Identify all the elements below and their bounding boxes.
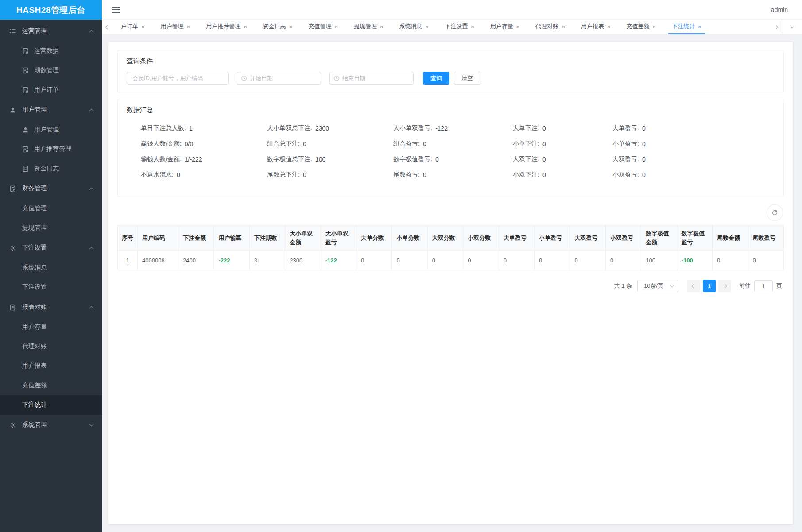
close-icon[interactable]: × — [334, 23, 338, 30]
chevron-right-icon — [723, 284, 727, 288]
tab-scroll-left-icon[interactable] — [102, 20, 113, 34]
sidebar-item-bet-settings[interactable]: 下注设置 — [0, 278, 102, 297]
clock-icon — [241, 75, 247, 81]
user-menu[interactable]: admin — [771, 6, 788, 13]
sidebar-section-finance[interactable]: 财务管理 — [0, 178, 102, 199]
sidebar-item-recharge-management[interactable]: 充值管理 — [0, 199, 102, 218]
page-card: 查询条件 查询 清空 — [108, 42, 793, 524]
close-icon[interactable]: × — [653, 23, 656, 30]
tabbar: 户订单×用户管理×用户推荐管理×资金日志×充值管理×提现管理×系统消息×下注设置… — [102, 20, 802, 35]
tab-scroll-right-icon[interactable] — [771, 20, 782, 34]
tab-label: 系统消息 — [399, 23, 422, 31]
page-size-select[interactable]: 10条/页 — [637, 280, 678, 292]
sidebar-item-user-reports[interactable]: 用户报表 — [0, 356, 102, 376]
summary-stat: 小单盈亏:0 — [612, 136, 775, 151]
summary-stat-value: 2300 — [315, 125, 329, 132]
keyword-input[interactable] — [127, 72, 229, 85]
sidebar-item-agent-reconciliation[interactable]: 代理对账 — [0, 337, 102, 356]
chevron-up-icon — [89, 108, 94, 113]
column-header-small-even-pl: 小双盈亏 — [605, 225, 641, 251]
current-page-button[interactable]: 1 — [703, 280, 716, 292]
summary-stat: 小双下注:0 — [513, 167, 612, 182]
summary-stat-label: 小单盈亏: — [612, 140, 639, 148]
close-icon[interactable]: × — [698, 23, 701, 30]
sidebar-item-system-messages[interactable]: 系统消息 — [0, 258, 102, 278]
summary-stat-label: 小双盈亏: — [612, 171, 639, 179]
sidebar-item-operation-data[interactable]: 运营数据 — [0, 41, 102, 61]
tab-recharge-management[interactable]: 充值管理× — [305, 20, 341, 34]
tab-bet-settings[interactable]: 下注设置× — [441, 20, 478, 34]
tab-user-management[interactable]: 用户管理× — [157, 20, 194, 34]
search-button[interactable]: 查询 — [423, 72, 449, 85]
summary-stat: 小双盈亏:0 — [612, 167, 775, 182]
start-date-input[interactable] — [237, 72, 321, 85]
refresh-button[interactable] — [767, 204, 783, 221]
close-icon[interactable]: × — [426, 23, 429, 30]
end-date-input[interactable] — [329, 72, 414, 85]
tab-user-reports[interactable]: 用户报表× — [577, 20, 614, 34]
close-icon[interactable]: × — [471, 23, 474, 30]
summary-stat-value: 0 — [177, 171, 180, 178]
tab-user-orders[interactable]: 户订单× — [117, 20, 148, 34]
summary-grid: 单日下注总人数:1大小单双总下注:2300大小单双盈亏:-122大单下注:0大单… — [127, 120, 775, 182]
tab-system-messages[interactable]: 系统消息× — [396, 20, 433, 34]
summary-stat: 大单下注:0 — [513, 120, 612, 136]
tab-label: 资金日志 — [263, 23, 286, 31]
hamburger-icon[interactable] — [112, 5, 120, 14]
sidebar-item-label: 用户存量 — [22, 323, 47, 331]
summary-stat-label: 大单盈亏: — [612, 124, 639, 132]
sidebar-section-system[interactable]: 系统管理 — [0, 415, 102, 435]
start-date-field[interactable] — [250, 75, 317, 81]
clear-button[interactable]: 清空 — [454, 72, 480, 85]
tab-label: 用户管理 — [161, 23, 184, 31]
tab-label: 提现管理 — [354, 23, 377, 31]
close-icon[interactable]: × — [289, 23, 293, 30]
doc-gear-icon — [22, 67, 29, 74]
tab-bet-statistics[interactable]: 下注统计× — [668, 20, 705, 34]
close-icon[interactable]: × — [516, 23, 520, 30]
sidebar-item-user-referral[interactable]: 用户推荐管理 — [0, 139, 102, 159]
tab-label: 用户推荐管理 — [206, 23, 240, 31]
sidebar-section-user-management[interactable]: 用户管理 — [0, 100, 102, 120]
sidebar-section-reports[interactable]: 报表对账 — [0, 297, 102, 317]
sidebar-item-bet-statistics[interactable]: 下注统计 — [0, 395, 102, 415]
sidebar: HASH28管理后台 运营管理运营数据期数管理用户订单用户管理用户管理用户推荐管… — [0, 0, 102, 532]
prev-page-button[interactable] — [687, 280, 700, 292]
summary-stat-label: 大单下注: — [513, 124, 539, 132]
tab-recharge-difference[interactable]: 充值差额× — [623, 20, 660, 34]
sidebar-item-user-management[interactable]: 用户管理 — [0, 120, 102, 139]
tab-actions-dropdown[interactable] — [782, 20, 802, 34]
pagination: 共 1 条 10条/页 1 前往 页 — [117, 280, 784, 292]
chevron-left-icon — [692, 284, 696, 288]
cell-user-winloss: -222 — [214, 251, 249, 270]
sidebar-section-operations[interactable]: 运营管理 — [0, 21, 102, 41]
tab-user-balance[interactable]: 用户存量× — [487, 20, 523, 34]
sidebar-section-label: 用户管理 — [22, 106, 47, 114]
tab-label: 下注统计 — [672, 23, 695, 31]
sidebar-section-bet-settings[interactable]: 下注设置 — [0, 238, 102, 258]
close-icon[interactable]: × — [244, 23, 247, 30]
summary-stat-value: 0 — [542, 171, 546, 178]
close-icon[interactable]: × — [562, 23, 565, 30]
close-icon[interactable]: × — [187, 23, 190, 30]
cell-bet-periods: 3 — [249, 251, 285, 270]
sidebar-item-fund-logs[interactable]: 资金日志 — [0, 159, 102, 178]
sidebar-item-period-management[interactable]: 期数管理 — [0, 61, 102, 80]
sidebar-item-user-orders[interactable]: 用户订单 — [0, 80, 102, 100]
sidebar-item-user-balance[interactable]: 用户存量 — [0, 317, 102, 337]
goto-page-input[interactable] — [754, 280, 773, 292]
next-page-button[interactable] — [718, 280, 731, 292]
close-icon[interactable]: × — [607, 23, 611, 30]
tab-fund-logs[interactable]: 资金日志× — [260, 20, 296, 34]
summary-stat-label: 不返水流水: — [141, 171, 174, 179]
end-date-field[interactable] — [342, 75, 410, 81]
tab-agent-reconciliation[interactable]: 代理对账× — [532, 20, 569, 34]
sidebar-item-recharge-difference[interactable]: 充值差额 — [0, 376, 102, 395]
summary-stat: 大双盈亏:0 — [612, 151, 775, 167]
app-title: HASH28管理后台 — [0, 0, 102, 20]
close-icon[interactable]: × — [141, 23, 145, 30]
sidebar-item-withdraw-management[interactable]: 提现管理 — [0, 218, 102, 238]
tab-user-referral[interactable]: 用户推荐管理× — [202, 20, 251, 34]
close-icon[interactable]: × — [380, 23, 384, 30]
tab-withdraw-management[interactable]: 提现管理× — [350, 20, 387, 34]
